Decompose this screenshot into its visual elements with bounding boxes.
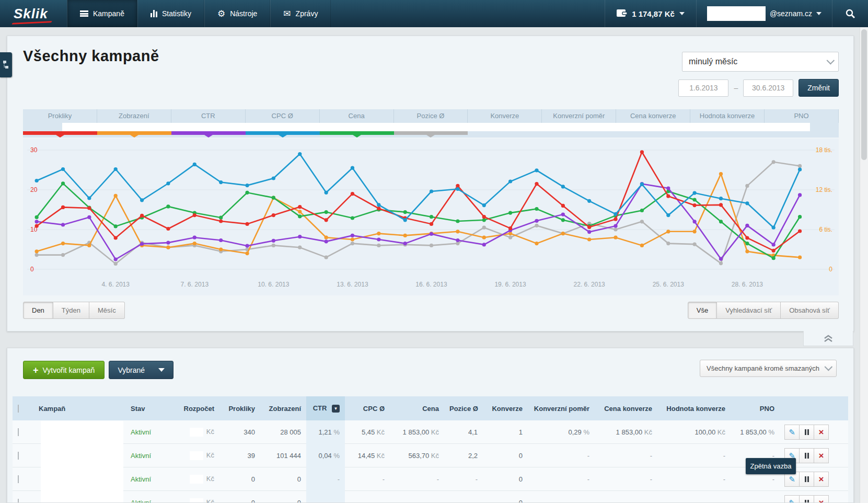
point-zobrazen-day-11[interactable] — [298, 210, 302, 213]
metric-tab-pno[interactable]: PNO — [765, 109, 839, 123]
point-ctr-day-15[interactable] — [403, 242, 407, 245]
point-ctr-day-5[interactable] — [140, 242, 144, 246]
point-cpc-day-20[interactable] — [535, 168, 538, 172]
column-header-pno[interactable]: PNO — [731, 405, 780, 413]
point-cena-day-26[interactable] — [692, 198, 696, 201]
point-prokliky-day-27[interactable] — [719, 203, 723, 207]
point-zobrazen-day-20[interactable] — [535, 242, 538, 245]
point-zobrazen-day-28[interactable] — [745, 249, 749, 253]
point-cena-day-15[interactable] — [403, 210, 407, 214]
date-to-input[interactable] — [743, 79, 793, 97]
column-header-cena[interactable]: Cena — [390, 405, 444, 413]
point-ctr-day-14[interactable] — [377, 237, 380, 241]
metric-tab-cpc[interactable]: CPC Ø — [246, 109, 320, 123]
select-all-checkbox[interactable] — [18, 405, 19, 413]
point-pozice-day-16[interactable] — [430, 244, 433, 247]
column-header-kampa[interactable]: Kampaň — [33, 405, 125, 413]
column-header-pozice[interactable]: Pozice Ø — [444, 405, 483, 413]
point-pozice-day-11[interactable] — [298, 246, 302, 249]
campaign-metrics-chart[interactable]: 010203006 tis.12 tis.18 tis.4. 6. 20137.… — [23, 139, 839, 295]
point-ctr-day-4[interactable] — [114, 257, 118, 261]
scrollbar-thumb[interactable] — [861, 29, 867, 160]
point-ctr-day-9[interactable] — [245, 244, 249, 248]
point-cena-day-30[interactable] — [798, 215, 802, 219]
point-cpc-day-15[interactable] — [403, 218, 407, 222]
point-zobrazen-day-21[interactable] — [561, 232, 565, 235]
point-ctr-day-22[interactable] — [587, 230, 591, 234]
point-cpc-day-16[interactable] — [430, 189, 433, 193]
point-zobrazen-day-25[interactable] — [666, 230, 670, 233]
selected-actions-dropdown[interactable]: Vybrané — [109, 361, 173, 379]
page-scrollbar[interactable] — [860, 27, 868, 503]
metric-tab-prokliky[interactable]: Prokliky — [23, 109, 97, 123]
nav-item-statistiky[interactable]: Statistiky — [137, 0, 204, 27]
point-prokliky-day-10[interactable] — [272, 213, 275, 217]
pause-button[interactable] — [799, 495, 814, 503]
point-ctr-day-16[interactable] — [430, 232, 433, 236]
point-ctr-day-27[interactable] — [719, 257, 723, 261]
point-zobrazen-day-9[interactable] — [245, 251, 249, 255]
network-button-v-e[interactable]: Vše — [688, 302, 717, 319]
metric-tab-ctr[interactable]: CTR — [171, 109, 246, 123]
point-pozice-day-2[interactable] — [61, 253, 65, 257]
campaign-tree-toggle[interactable] — [0, 52, 12, 77]
point-cena-day-8[interactable] — [219, 216, 223, 220]
pause-button[interactable] — [799, 448, 814, 463]
point-cpc-day-23[interactable] — [614, 212, 617, 216]
point-zobrazen-day-8[interactable] — [219, 247, 223, 251]
point-prokliky-day-7[interactable] — [193, 213, 196, 217]
point-cpc-day-26[interactable] — [692, 191, 696, 195]
metric-tab-pozice[interactable]: Pozice Ø — [394, 109, 468, 123]
point-ctr-day-30[interactable] — [798, 193, 802, 197]
column-header-hodnota-konverze[interactable]: Hodnota konverze — [657, 405, 731, 413]
network-button-obsahov-s[interactable]: Obsahová síť — [781, 302, 839, 319]
user-account-dropdown[interactable]: @seznam.cz — [696, 0, 832, 27]
nav-item-nastroje[interactable]: ⚙ Nástroje — [204, 0, 270, 27]
column-header-cena-konverze[interactable]: Cena konverze — [595, 405, 657, 413]
point-cpc-day-19[interactable] — [508, 179, 512, 183]
point-pozice-day-10[interactable] — [272, 244, 275, 247]
point-ctr-day-8[interactable] — [219, 238, 223, 242]
point-cena-day-12[interactable] — [325, 210, 328, 214]
point-cena-day-2[interactable] — [61, 181, 65, 185]
point-cpc-day-4[interactable] — [114, 167, 118, 171]
point-prokliky-day-12[interactable] — [325, 218, 328, 222]
point-prokliky-day-3[interactable] — [87, 206, 91, 210]
point-ctr-day-12[interactable] — [325, 239, 328, 243]
point-ctr-day-2[interactable] — [61, 223, 65, 226]
point-prokliky-day-16[interactable] — [430, 222, 433, 226]
sklik-logo[interactable]: Sklik — [0, 0, 67, 27]
point-prokliky-day-13[interactable] — [351, 192, 354, 196]
point-ctr-day-11[interactable] — [298, 235, 302, 238]
point-cpc-day-10[interactable] — [272, 176, 275, 180]
point-cpc-day-21[interactable] — [561, 185, 565, 188]
point-prokliky-day-20[interactable] — [535, 182, 538, 186]
point-prokliky-day-26[interactable] — [692, 203, 696, 207]
point-cpc-day-3[interactable] — [87, 196, 91, 200]
point-cpc-day-17[interactable] — [456, 187, 459, 191]
point-prokliky-day-5[interactable] — [140, 214, 144, 218]
metric-tab-cena-konverze[interactable]: Cena konverze — [616, 109, 690, 123]
metric-tab-konverze[interactable]: Konverze — [468, 109, 542, 123]
point-ctr-day-21[interactable] — [561, 213, 565, 216]
point-prokliky-day-19[interactable] — [508, 226, 512, 230]
row-checkbox[interactable] — [18, 428, 19, 436]
point-pozice-day-27[interactable] — [719, 261, 723, 265]
collapse-chart-button[interactable] — [803, 331, 853, 346]
point-zobrazen-day-15[interactable] — [403, 234, 407, 237]
row-checkbox[interactable] — [18, 475, 19, 483]
column-header-konverze[interactable]: Konverze — [483, 405, 528, 413]
point-ctr-day-1[interactable] — [35, 220, 39, 223]
point-zobrazen-day-2[interactable] — [61, 242, 65, 245]
point-zobrazen-day-7[interactable] — [193, 242, 196, 245]
change-date-button[interactable]: Změnit — [798, 79, 839, 97]
point-ctr-day-7[interactable] — [193, 236, 196, 239]
point-zobrazen-day-1[interactable] — [35, 249, 39, 253]
granularity-button-m-s-c[interactable]: Měsíc — [89, 302, 125, 319]
point-cpc-day-14[interactable] — [377, 203, 380, 207]
column-header-stav[interactable]: Stav — [125, 405, 171, 413]
column-header-rozpo-et[interactable]: Rozpočet — [171, 405, 219, 413]
point-prokliky-day-24[interactable] — [640, 150, 644, 154]
point-pozice-day-20[interactable] — [535, 224, 538, 227]
point-zobrazen-day-12[interactable] — [325, 236, 328, 239]
